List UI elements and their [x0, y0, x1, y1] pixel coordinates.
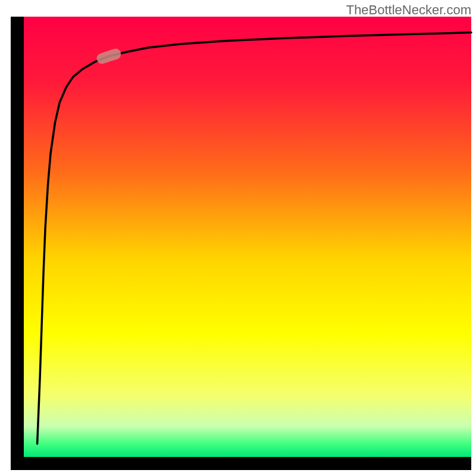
frame-left — [11, 17, 24, 470]
bottleneck-chart: TheBottleNecker.com — [0, 0, 476, 476]
chart-canvas — [0, 0, 476, 476]
attribution-text: TheBottleNecker.com — [346, 2, 471, 18]
frame-bottom — [11, 457, 471, 470]
gradient-background — [24, 17, 471, 457]
